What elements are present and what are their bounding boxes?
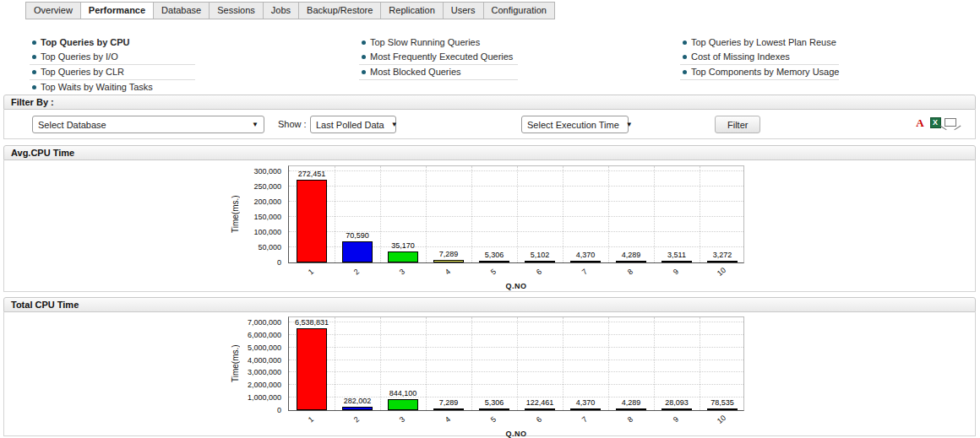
tab-sessions[interactable]: Sessions	[210, 3, 264, 19]
gridline	[289, 360, 743, 360]
bar-value-label: 78,535	[710, 398, 734, 407]
bar[interactable]	[479, 408, 509, 410]
avg-cpu-time-panel: Time(ms.) 050,000100,000150,000200,00025…	[3, 160, 976, 292]
avg-cpu-time-chart: Time(ms.) 050,000100,000150,000200,00025…	[229, 165, 787, 294]
export-icons: A X	[914, 116, 956, 128]
bar[interactable]	[433, 260, 464, 262]
x-axis-ticks: 12345678910	[288, 265, 744, 278]
gridline	[517, 166, 518, 262]
bar[interactable]	[342, 241, 373, 262]
bullet-icon	[362, 55, 366, 59]
quick-link-label: Cost of Missing Indexes	[691, 51, 790, 62]
gridline	[335, 166, 335, 262]
bar[interactable]	[297, 328, 327, 410]
avg-cpu-time-header: Avg.CPU Time	[3, 145, 976, 160]
total-cpu-time-header: Total CPU Time	[3, 297, 976, 312]
filter-button[interactable]: Filter	[715, 116, 760, 133]
bar-value-label: 6,538,831	[295, 318, 329, 327]
bullet-icon	[362, 70, 366, 74]
x-tick-label: 6	[535, 268, 543, 277]
bullet-icon	[683, 55, 687, 59]
bullet-icon	[362, 41, 366, 45]
database-select[interactable]: Select Database ▼	[32, 116, 264, 133]
y-tick-label: 3,000,000	[248, 368, 281, 376]
bar[interactable]	[662, 408, 692, 410]
gridline	[471, 166, 472, 262]
bar[interactable]	[662, 261, 692, 262]
quick-link[interactable]: Most Blocked Queries	[359, 65, 518, 80]
quick-links-column: Top Queries by Lowest Plan ReuseCost of …	[680, 35, 839, 80]
bar-value-label: 7,289	[439, 398, 459, 407]
y-tick-label: 4,000,000	[248, 356, 281, 365]
y-tick-label: 5,000,000	[248, 343, 281, 352]
tab-backup-restore[interactable]: Backup/Restore	[299, 3, 381, 19]
gridline	[335, 317, 335, 410]
tab-jobs[interactable]: Jobs	[264, 3, 299, 19]
total-cpu-time-chart: Time(ms.) 01,000,0002,000,0003,000,0004,…	[229, 316, 787, 438]
quick-link-label: Top Components by Memory Usage	[691, 67, 839, 77]
pdf-export-icon[interactable]: A	[914, 116, 926, 128]
gridline	[700, 166, 700, 262]
quick-link-label: Top Queries by Lowest Plan Reuse	[691, 37, 836, 47]
y-tick-label: 1,000,000	[248, 393, 281, 402]
email-icon[interactable]	[945, 116, 956, 128]
bar[interactable]	[342, 407, 373, 410]
quick-link[interactable]: Most Frequently Executed Queries	[359, 50, 518, 65]
excel-export-icon[interactable]: X	[929, 116, 941, 128]
quick-link-label: Most Blocked Queries	[370, 67, 461, 77]
quick-link[interactable]: Top Slow Running Queries	[359, 35, 518, 50]
bar[interactable]	[525, 408, 555, 410]
tab-database[interactable]: Database	[154, 3, 210, 19]
bar[interactable]	[479, 261, 509, 262]
quick-link[interactable]: Top Queries by Lowest Plan Reuse	[680, 35, 839, 50]
tab-configuration[interactable]: Configuration	[484, 3, 554, 19]
gridline	[654, 317, 655, 410]
plot-area: 6,538,831282,002844,1007,2895,306122,461…	[288, 316, 744, 411]
quick-link-label: Most Frequently Executed Queries	[370, 51, 513, 62]
tab-replication[interactable]: Replication	[381, 3, 443, 19]
gridline	[426, 166, 427, 262]
bar[interactable]	[616, 261, 646, 262]
bar[interactable]	[388, 399, 418, 410]
gridline	[289, 347, 743, 348]
quick-link[interactable]: Top Queries by CLR	[30, 65, 195, 80]
chevron-down-icon: ▼	[391, 121, 398, 128]
x-tick-label: 8	[626, 268, 634, 277]
bar[interactable]	[388, 251, 418, 262]
gridline	[289, 170, 743, 171]
show-select[interactable]: Last Polled Data ▼	[310, 116, 396, 133]
bar-value-label: 3,272	[713, 251, 732, 259]
bullet-icon	[32, 70, 36, 74]
bar[interactable]	[707, 261, 738, 262]
quick-link[interactable]: Top Waits by Waiting Tasks	[30, 80, 195, 95]
execution-time-select-value: Select Execution Time	[527, 120, 619, 130]
gridline	[289, 384, 743, 385]
x-axis-title: Q.NO	[288, 430, 744, 438]
tab-performance[interactable]: Performance	[81, 3, 154, 19]
bar[interactable]	[570, 261, 601, 262]
quick-link[interactable]: Top Queries by CPU	[30, 35, 195, 50]
bar[interactable]	[433, 408, 464, 410]
y-tick-label: 50,000	[258, 243, 281, 251]
execution-time-select[interactable]: Select Execution Time ▼	[521, 116, 629, 133]
x-axis-title: Q.NO	[288, 282, 744, 290]
quick-link[interactable]: Top Components by Memory Usage	[680, 65, 839, 80]
bar[interactable]	[297, 180, 327, 262]
gridline	[289, 322, 743, 322]
bar-value-label: 5,102	[531, 251, 550, 259]
bar[interactable]	[570, 408, 601, 410]
x-tick-label: 10	[716, 414, 727, 425]
bar[interactable]	[707, 408, 738, 410]
x-tick-label: 7	[580, 415, 589, 424]
bar[interactable]	[525, 261, 555, 262]
quick-link[interactable]: Top Queries by I/O	[30, 50, 195, 65]
bar-value-label: 70,590	[346, 231, 369, 240]
gridline	[517, 317, 518, 410]
tab-overview[interactable]: Overview	[26, 3, 81, 19]
tab-users[interactable]: Users	[444, 3, 484, 19]
bar-value-label: 28,093	[665, 398, 689, 407]
quick-link[interactable]: Cost of Missing Indexes	[680, 50, 839, 65]
total-cpu-time-panel: Time(ms.) 01,000,0002,000,0003,000,0004,…	[3, 312, 976, 436]
bar[interactable]	[616, 408, 646, 410]
bullet-icon	[683, 70, 687, 74]
